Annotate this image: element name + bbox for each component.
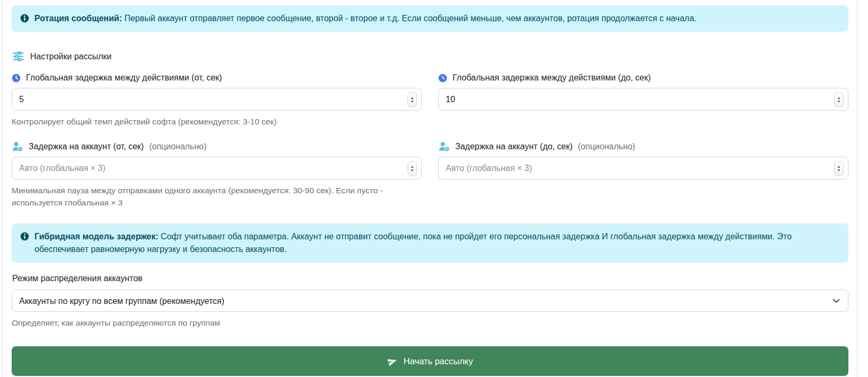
global-delay-from-input-wrap: ▲▼ (12, 88, 422, 111)
account-delay-from-label: Задержка на аккаунт (от, сек) (опциональ… (12, 141, 422, 152)
number-stepper[interactable]: ▲▼ (834, 92, 844, 106)
global-delay-to-input-wrap: ▲▼ (438, 88, 848, 111)
rotation-info-alert: Ротация сообщений: Первый аккаунт отправ… (12, 5, 848, 32)
start-mailing-button[interactable]: Начать рассылку (12, 346, 848, 376)
global-delay-from-group: Глобальная задержка между действиями (от… (12, 73, 422, 128)
account-delay-to-input[interactable] (438, 157, 848, 179)
distribution-mode-group: Режим распределения аккаунтов Аккаунты п… (12, 273, 848, 329)
account-delay-from-input-wrap: ▲▼ (12, 157, 422, 179)
rotation-info-text: Ротация сообщений: Первый аккаунт отправ… (34, 12, 696, 25)
account-delay-to-label: Задержка на аккаунт (до, сек) (опциональ… (438, 141, 848, 152)
clock-icon (12, 74, 21, 83)
distribution-mode-label: Режим распределения аккаунтов (12, 273, 848, 284)
number-stepper[interactable]: ▲▼ (834, 161, 844, 175)
global-delay-to-group: Глобальная задержка между действиями (до… (438, 73, 848, 128)
start-mailing-label: Начать рассылку (404, 356, 473, 366)
clock-icon (438, 74, 447, 83)
rotation-info-title: Ротация сообщений: (34, 14, 122, 23)
account-delay-row: Задержка на аккаунт (от, сек) (опциональ… (12, 141, 848, 209)
number-stepper[interactable]: ▲▼ (408, 161, 417, 175)
mailing-settings-header: Настройки рассылки (13, 51, 848, 62)
account-delay-from-group: Задержка на аккаунт (от, сек) (опциональ… (12, 141, 422, 209)
optional-note: (опционально) (149, 141, 206, 152)
hybrid-model-title: Гибридная модель задержек: (34, 232, 158, 241)
distribution-mode-select[interactable]: Аккаунты по кругу по всем группам (реком… (12, 290, 848, 312)
account-delay-from-input[interactable] (12, 157, 422, 179)
global-delay-from-input[interactable] (12, 88, 422, 111)
global-delay-help: Контролирует общий темп действий софта (… (12, 115, 404, 128)
global-delay-to-input[interactable] (438, 88, 848, 111)
distribution-mode-help: Определяет, как аккаунты распределяются … (12, 317, 404, 329)
section-title: Настройки рассылки (30, 52, 111, 61)
hybrid-model-alert: Гибридная модель задержек: Софт учитывае… (12, 223, 848, 263)
hybrid-model-text: Гибридная модель задержек: Софт учитывае… (34, 230, 840, 256)
global-delay-from-label: Глобальная задержка между действиями (от… (12, 73, 422, 83)
info-circle-icon (20, 232, 29, 241)
account-delay-to-input-wrap: ▲▼ (438, 157, 848, 179)
account-delay-to-group: Задержка на аккаунт (до, сек) (опциональ… (438, 141, 848, 209)
user-clock-icon (438, 141, 450, 152)
paper-plane-icon (386, 355, 398, 367)
settings-panel: Ротация сообщений: Первый аккаунт отправ… (2, 0, 857, 377)
info-circle-icon (20, 14, 29, 23)
number-stepper[interactable]: ▲▼ (408, 92, 417, 106)
sliders-icon (13, 51, 24, 62)
global-delay-row: Глобальная задержка между действиями (от… (12, 73, 848, 128)
optional-note: (опционально) (578, 141, 635, 152)
distribution-select-wrap: Аккаунты по кругу по всем группам (реком… (12, 290, 848, 312)
user-clock-icon (12, 141, 23, 152)
account-delay-help: Минимальная пауза между отправками одног… (12, 184, 404, 209)
global-delay-to-label: Глобальная задержка между действиями (до… (438, 73, 848, 83)
